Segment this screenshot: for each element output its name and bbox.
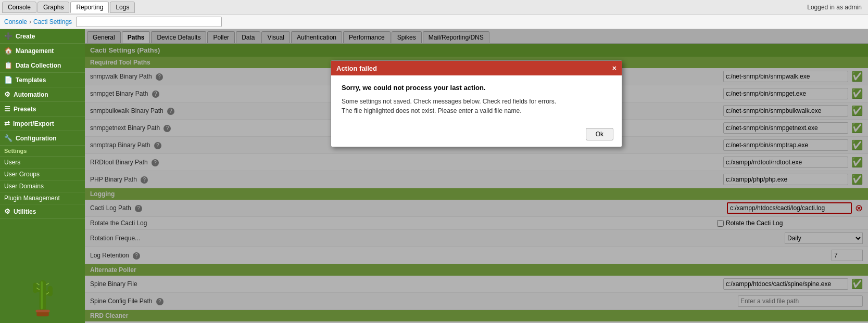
svg-rect-11 (35, 310, 49, 313)
sidebar-item-utilities-label: Utilities (14, 208, 36, 215)
create-icon: ➕ (4, 32, 12, 40)
sidebar-item-create[interactable]: ➕ Create (0, 29, 85, 44)
svg-rect-4 (47, 286, 52, 296)
breadcrumb-bar: Console › Cacti Settings (0, 15, 868, 29)
action-failed-modal: Action failed × Sorry, we could not proc… (331, 60, 622, 147)
content-area: General Paths Device Defaults Poller Dat… (85, 29, 868, 323)
utilities-icon: ⚙ (4, 208, 10, 215)
data-collection-icon: 📋 (4, 61, 12, 69)
modal-overlay: Action failed × Sorry, we could not proc… (85, 29, 868, 323)
presets-icon: ☰ (4, 105, 10, 113)
modal-header: Action failed × (331, 61, 622, 75)
svg-rect-9 (41, 281, 43, 309)
top-bar: Console Graphs Reporting Logs Logged in … (0, 0, 868, 15)
automation-icon: ⚙ (4, 91, 10, 98)
sidebar-item-utilities[interactable]: ⚙ Utilities (0, 204, 85, 219)
tab-logs[interactable]: Logs (110, 2, 135, 13)
sidebar-section-settings[interactable]: Settings (0, 146, 85, 157)
sidebar-item-data-collection[interactable]: 📋 Data Collection (0, 58, 85, 73)
management-icon: 🏠 (4, 47, 12, 55)
modal-body: Sorry, we could not process your last ac… (331, 75, 622, 124)
import-export-icon: ⇄ (4, 120, 10, 127)
sidebar-item-automation[interactable]: ⚙ Automation (0, 87, 85, 102)
breadcrumb-cacti-settings[interactable]: Cacti Settings (33, 18, 72, 25)
sidebar-item-user-groups[interactable]: User Groups (0, 169, 85, 180)
sidebar-item-configuration[interactable]: 🔧 Configuration (0, 131, 85, 146)
sidebar-item-automation-label: Automation (14, 91, 48, 98)
tab-console[interactable]: Console (2, 2, 36, 13)
sidebar-item-management-label: Management (16, 47, 54, 55)
sidebar-item-import-export-label: Import/Export (13, 120, 54, 127)
sidebar-item-create-label: Create (16, 33, 35, 40)
sidebar-item-users[interactable]: Users (0, 157, 85, 169)
sidebar-item-plugin-management[interactable]: Plugin Management (0, 192, 85, 204)
templates-icon: 📄 (4, 76, 12, 84)
modal-footer: Ok (331, 124, 622, 147)
modal-sorry-text: Sorry, we could not process your last ac… (342, 84, 611, 92)
search-input[interactable] (76, 17, 222, 27)
modal-ok-button[interactable]: Ok (586, 128, 613, 140)
tab-reporting[interactable]: Reporting (70, 2, 109, 13)
sidebar-item-data-collection-label: Data Collection (16, 62, 61, 69)
sidebar-item-templates[interactable]: 📄 Templates (0, 73, 85, 87)
modal-close-button[interactable]: × (612, 64, 617, 72)
sidebar-item-management[interactable]: 🏠 Management (0, 44, 85, 58)
tab-graphs[interactable]: Graphs (37, 2, 69, 13)
sidebar: ➕ Create 🏠 Management 📋 Data Collection … (0, 29, 85, 323)
main-layout: ➕ Create 🏠 Management 📋 Data Collection … (0, 29, 868, 323)
sidebar-item-presets-label: Presets (14, 106, 36, 113)
svg-line-7 (46, 283, 48, 285)
sidebar-item-configuration-label: Configuration (16, 135, 57, 142)
sidebar-item-import-export[interactable]: ⇄ Import/Export (0, 117, 85, 131)
breadcrumb-sep: › (29, 18, 31, 25)
sidebar-item-presets[interactable]: ☰ Presets (0, 102, 85, 117)
modal-detail-text: Some settings not saved. Check messages … (342, 97, 611, 115)
sidebar-item-user-domains[interactable]: User Domains (0, 180, 85, 192)
breadcrumb-console[interactable]: Console (4, 18, 27, 25)
sidebar-item-templates-label: Templates (16, 76, 46, 84)
modal-title: Action failed (336, 64, 377, 72)
configuration-icon: 🔧 (4, 134, 12, 142)
logged-in-label: Logged in as admin (807, 4, 866, 11)
cactus-logo (0, 266, 85, 323)
